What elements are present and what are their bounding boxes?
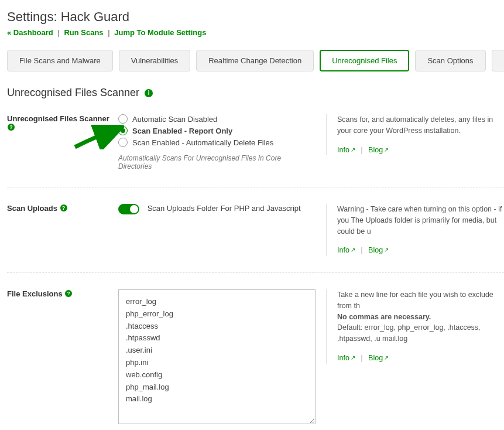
radio-label: Scan Enabled - Automatically Delete File… <box>132 138 273 147</box>
link-sep: | <box>357 354 366 362</box>
external-link-icon: ↗ <box>351 145 355 154</box>
row-label-exclusions: File Exclusions ? <box>7 289 118 298</box>
help-icon[interactable]: ? <box>65 290 72 297</box>
link-sep: | <box>357 246 366 254</box>
tab-vulnerabilities[interactable]: Vulnerabilities <box>119 50 190 71</box>
scan-uploads-toggle[interactable] <box>118 204 139 214</box>
section-heading: Unrecognised Files Scanner i <box>7 87 504 99</box>
row-control-uploads: Scan Uploads Folder For PHP and Javascri… <box>118 204 326 214</box>
breadcrumb-sep: | <box>105 28 112 37</box>
row-hint-scanner: Automatically Scans For Unrecognised Fil… <box>118 154 316 170</box>
page-title: Settings: Hack Guard <box>7 9 504 25</box>
help-icon[interactable]: ? <box>60 204 67 211</box>
info-link[interactable]: Info↗ <box>337 246 355 254</box>
breadcrumb: « Dashboard | Run Scans | Jump To Module… <box>7 28 504 37</box>
row-label-text: Unrecognised Files Scanner <box>7 114 109 123</box>
external-link-icon: ↗ <box>384 245 389 254</box>
breadcrumb-dashboard[interactable]: « Dashboard <box>7 28 53 37</box>
help-icon[interactable]: ? <box>8 124 15 131</box>
tab-unrecognised-files[interactable]: Unrecognised Files <box>320 50 409 71</box>
desc-links: Info↗ | Blog↗ <box>337 145 504 156</box>
tab-on-off[interactable]: On/Off <box>492 50 505 71</box>
row-control-exclusions: Provide A List Of Files To Be Excluded F… <box>118 289 326 430</box>
row-desc-uploads: Warning - Take care when turning on this… <box>326 204 504 256</box>
section-heading-text: Unrecognised Files Scanner <box>7 87 139 98</box>
row-desc-strong: No commas are necessary. <box>337 313 431 321</box>
breadcrumb-jump[interactable]: Jump To Module Settings <box>114 28 206 37</box>
tab-scan-options[interactable]: Scan Options <box>415 50 485 71</box>
external-link-icon: ↗ <box>384 353 389 362</box>
row-desc-text: Take a new line for each file you wish t… <box>337 291 493 310</box>
row-desc-text: Warning - Take care when turning on this… <box>337 205 502 236</box>
row-desc-scanner: Scans for, and automatically deletes, an… <box>326 114 504 155</box>
row-desc-text: Default: error_log, php_error_log, .htac… <box>337 323 481 343</box>
radio-icon <box>118 114 128 124</box>
file-exclusions-textarea[interactable] <box>118 289 316 424</box>
desc-links: Info↗ | Blog↗ <box>337 353 504 364</box>
row-label-uploads: Scan Uploads ? <box>7 204 118 213</box>
row-desc-exclusions: Take a new line for each file you wish t… <box>326 289 504 364</box>
blog-link[interactable]: Blog↗ <box>368 354 389 362</box>
tab-file-scans[interactable]: File Scans and Malware <box>7 50 113 71</box>
external-link-icon: ↗ <box>351 245 355 254</box>
row-desc-text: Scans for, and automatically deletes, an… <box>337 115 493 135</box>
row-label-text: Scan Uploads <box>7 204 57 213</box>
breadcrumb-sep: | <box>55 28 61 37</box>
radio-icon <box>118 138 128 147</box>
row-uploads: Scan Uploads ? Scan Uploads Folder For P… <box>7 200 504 273</box>
row-control-scanner: Automatic Scan Disabled Scan Enabled - R… <box>118 114 326 170</box>
radio-scan-report-only[interactable]: Scan Enabled - Report Only <box>118 126 316 135</box>
row-scanner: Unrecognised Files Scanner ? Automatic S… <box>7 111 504 187</box>
radio-scan-disabled[interactable]: Automatic Scan Disabled <box>118 114 316 124</box>
radio-icon <box>118 126 128 135</box>
radio-label: Scan Enabled - Report Only <box>132 127 232 135</box>
blog-link[interactable]: Blog↗ <box>368 146 389 154</box>
info-icon[interactable]: i <box>145 89 153 97</box>
link-sep: | <box>357 146 366 154</box>
tab-bar: File Scans and Malware Vulnerabilities R… <box>7 50 504 71</box>
info-link[interactable]: Info↗ <box>337 146 355 154</box>
radio-label: Automatic Scan Disabled <box>132 115 217 124</box>
radio-scan-auto-delete[interactable]: Scan Enabled - Automatically Delete File… <box>118 138 316 147</box>
tab-realtime[interactable]: Realtime Change Detection <box>196 50 314 71</box>
info-link[interactable]: Info↗ <box>337 354 355 362</box>
row-exclusions: File Exclusions ? Provide A List Of File… <box>7 286 504 430</box>
breadcrumb-run-scans[interactable]: Run Scans <box>64 28 103 37</box>
row-label-text: File Exclusions <box>7 289 63 298</box>
row-label-scanner: Unrecognised Files Scanner ? <box>7 114 118 132</box>
external-link-icon: ↗ <box>351 353 355 362</box>
desc-links: Info↗ | Blog↗ <box>337 245 504 256</box>
external-link-icon: ↗ <box>384 145 389 154</box>
blog-link[interactable]: Blog↗ <box>368 246 389 254</box>
toggle-label: Scan Uploads Folder For PHP and Javascri… <box>148 204 301 213</box>
